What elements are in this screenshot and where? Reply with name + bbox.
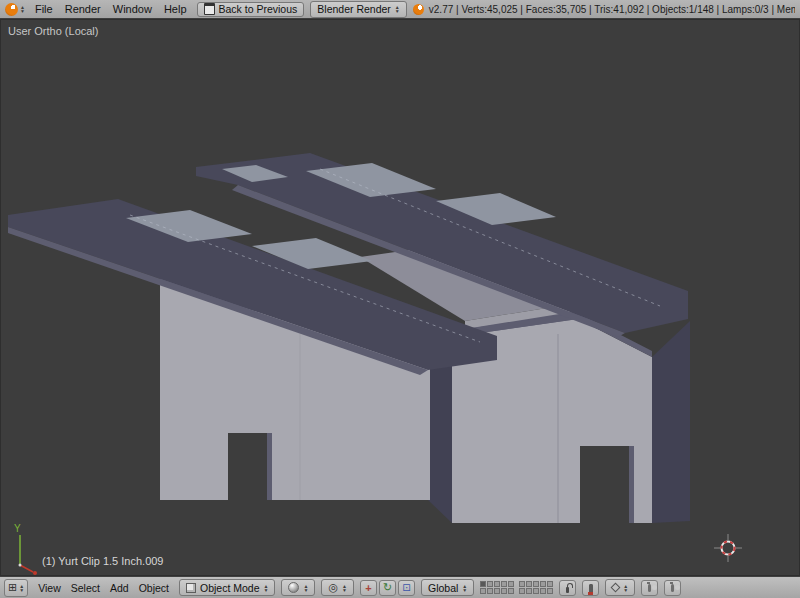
menu-select[interactable]: Select xyxy=(71,582,100,594)
manipulator-toggles: + ↻ ⊡ xyxy=(360,580,415,596)
editor-type-dropdown-header[interactable] xyxy=(5,3,25,16)
layer-toggle[interactable] xyxy=(540,581,546,587)
dropdown-arrows-icon xyxy=(342,584,347,592)
back-to-previous-button[interactable]: Back to Previous xyxy=(197,2,305,17)
manipulator-rotate-button[interactable]: ↻ xyxy=(379,580,396,596)
render-camera-icon xyxy=(648,584,651,592)
render-engine-label: Blender Render xyxy=(317,3,391,15)
menu-help[interactable]: Help xyxy=(164,3,187,15)
render-engine-dropdown[interactable]: Blender Render xyxy=(310,1,407,18)
layer-toggle[interactable] xyxy=(487,588,493,594)
pivot-dropdown[interactable]: ◎ xyxy=(321,579,354,596)
axis-x-dot xyxy=(33,571,37,575)
layer-toggle[interactable] xyxy=(501,588,507,594)
dropdown-arrows-icon xyxy=(264,584,269,592)
layer-toggle[interactable] xyxy=(533,581,539,587)
dropdown-arrows-icon xyxy=(623,584,628,592)
manipulator-translate-button[interactable]: + xyxy=(360,580,377,596)
layer-toggle[interactable] xyxy=(526,581,532,587)
blender-logo-icon xyxy=(5,3,18,16)
layers-widget xyxy=(480,581,553,594)
manipulator-scale-button[interactable]: ⊡ xyxy=(398,580,415,596)
orientation-label: Global xyxy=(428,582,458,594)
model-notch xyxy=(580,446,634,523)
mode-label: Object Mode xyxy=(200,582,260,594)
axis-x-line xyxy=(20,565,33,572)
viewport-3d[interactable]: Y User Ortho (Local) (1) Yurt Clip 1.5 I… xyxy=(0,19,800,576)
layer-toggle[interactable] xyxy=(494,581,500,587)
menu-add[interactable]: Add xyxy=(110,582,129,594)
layer-toggle[interactable] xyxy=(526,588,532,594)
layer-toggle[interactable] xyxy=(547,588,553,594)
pivot-center-icon: ◎ xyxy=(328,582,338,593)
back-to-previous-label: Back to Previous xyxy=(219,3,298,15)
layer-toggle[interactable] xyxy=(540,588,546,594)
model-face[interactable] xyxy=(652,321,690,523)
dropdown-arrows-icon xyxy=(20,5,25,13)
layer-toggle[interactable] xyxy=(494,588,500,594)
layers-group-1 xyxy=(480,581,514,594)
layer-toggle[interactable] xyxy=(501,581,507,587)
lock-icon xyxy=(566,587,569,593)
snap-element-dropdown[interactable] xyxy=(605,579,635,596)
menu-view[interactable]: View xyxy=(38,582,61,594)
viewport-editor-icon: ⊞ xyxy=(8,582,17,593)
scene-lock-button[interactable] xyxy=(559,580,576,596)
axis-y-label: Y xyxy=(14,523,21,534)
opengl-render-animation-button[interactable] xyxy=(664,580,681,596)
snap-toggle-button[interactable] xyxy=(582,580,599,596)
viewport-scene: Y xyxy=(0,19,800,576)
layer-toggle[interactable] xyxy=(480,588,486,594)
layer-toggle[interactable] xyxy=(533,588,539,594)
dropdown-arrows-icon xyxy=(462,584,467,592)
dropdown-arrows-icon xyxy=(395,5,400,13)
layer-toggle[interactable] xyxy=(480,581,486,587)
menu-object[interactable]: Object xyxy=(139,582,169,594)
mode-dropdown[interactable]: Object Mode xyxy=(179,579,275,596)
rotate-icon: ↻ xyxy=(383,581,392,594)
viewport-header-bar: ⊞ View Select Add Object Object Mode ◎ +… xyxy=(0,576,800,598)
layer-toggle[interactable] xyxy=(519,588,525,594)
model-notch xyxy=(228,433,272,500)
active-object-label: (1) Yurt Clip 1.5 Inch.009 xyxy=(42,555,163,567)
editor-type-dropdown[interactable]: ⊞ xyxy=(4,579,28,597)
blender-window: File Render Window Help Back to Previous… xyxy=(0,0,800,598)
model-yurt-clip[interactable] xyxy=(8,153,690,523)
viewport-shading-icon xyxy=(288,582,299,593)
layers-group-2 xyxy=(519,581,553,594)
mini-axis-gizmo: Y xyxy=(14,523,37,575)
layer-toggle[interactable] xyxy=(547,581,553,587)
layer-toggle[interactable] xyxy=(519,581,525,587)
layer-toggle[interactable] xyxy=(487,581,493,587)
blender-logo-icon xyxy=(413,4,424,15)
magnet-icon xyxy=(589,584,593,594)
dropdown-arrows-icon xyxy=(303,584,308,592)
model-face[interactable] xyxy=(629,446,634,523)
cursor-crosshair xyxy=(714,534,742,562)
layer-toggle[interactable] xyxy=(508,581,514,587)
scene-stats-bar: v2.77 | Verts:45,025 | Faces:35,705 | Tr… xyxy=(413,4,795,15)
menu-file[interactable]: File xyxy=(35,3,53,15)
opengl-render-button[interactable] xyxy=(641,580,658,596)
view-mode-label: User Ortho (Local) xyxy=(8,25,98,37)
translate-icon: + xyxy=(365,582,371,594)
window-icon xyxy=(204,3,215,15)
main-menus: File Render Window Help xyxy=(31,3,191,15)
scale-icon: ⊡ xyxy=(402,582,410,593)
layer-toggle[interactable] xyxy=(508,588,514,594)
shading-dropdown[interactable] xyxy=(281,579,315,596)
render-animation-icon xyxy=(671,584,674,592)
cursor-3d xyxy=(714,534,742,562)
menu-render[interactable]: Render xyxy=(65,3,101,15)
model-face[interactable] xyxy=(267,433,272,500)
object-mode-icon xyxy=(186,583,196,593)
orientation-dropdown[interactable]: Global xyxy=(421,579,474,596)
menu-window[interactable]: Window xyxy=(113,3,152,15)
axis-origin-dot xyxy=(19,564,22,567)
snap-increment-icon xyxy=(611,583,621,593)
viewport-menus: View Select Add Object xyxy=(34,582,173,594)
info-header: File Render Window Help Back to Previous… xyxy=(0,0,800,19)
scene-stats-text: v2.77 | Verts:45,025 | Faces:35,705 | Tr… xyxy=(429,4,795,15)
dropdown-arrows-icon xyxy=(19,584,24,592)
